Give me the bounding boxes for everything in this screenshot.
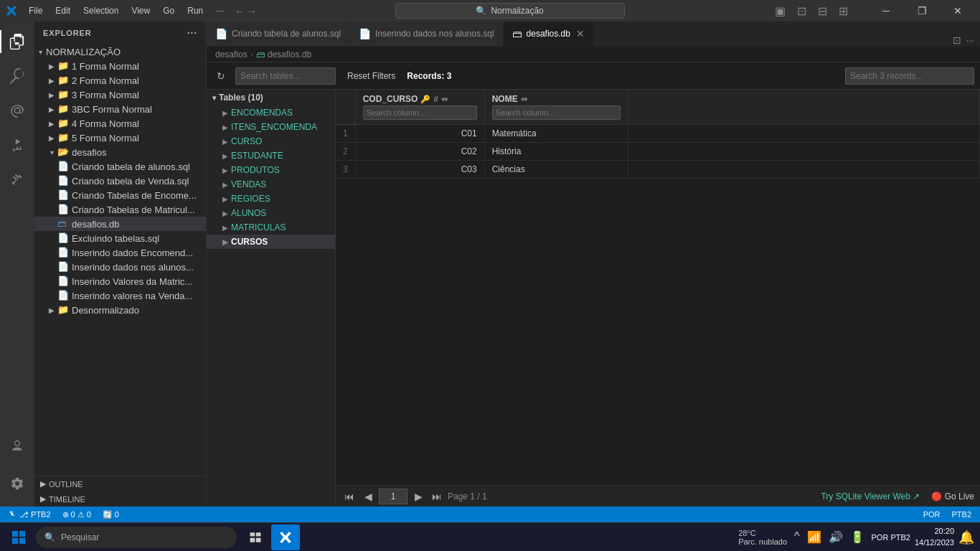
- table-item-cursos[interactable]: ▶ CURSOS: [207, 235, 335, 249]
- tree-item-2forma[interactable]: ▶ 📁 2 Forma Normal: [34, 73, 206, 88]
- tree-item-file1[interactable]: 📄 Criando tabela de alunos.sql: [34, 159, 206, 174]
- menu-go[interactable]: Go: [157, 4, 180, 17]
- activity-accounts[interactable]: [0, 429, 34, 463]
- status-encoding[interactable]: PTB2: [948, 510, 974, 519]
- split-editor-icon[interactable]: ⊡: [953, 34, 961, 46]
- tree-item-4forma[interactable]: ▶ 📁 4 Forma Normal: [34, 116, 206, 131]
- table-item-vendas[interactable]: ▶ VENDAS: [207, 177, 335, 192]
- taskbar-icon-task-view[interactable]: [241, 524, 270, 550]
- tray-chevron-icon[interactable]: ^: [791, 527, 803, 547]
- weather-widget[interactable]: 28°C Parc. nublado: [738, 529, 787, 546]
- cell-cod-2[interactable]: C02: [355, 143, 484, 161]
- layout-panel-icon[interactable]: ⊡: [793, 3, 811, 19]
- menu-view[interactable]: View: [126, 4, 156, 17]
- first-page-button[interactable]: ⏮: [341, 489, 357, 504]
- search-tables-input[interactable]: [235, 67, 336, 85]
- activity-run[interactable]: [0, 128, 34, 162]
- tree-item-file3[interactable]: 📄 Criando Tabelas de Encome...: [34, 188, 206, 202]
- titlebar-search[interactable]: 🔍 Normalização: [395, 3, 625, 19]
- search-records-input[interactable]: [845, 67, 974, 85]
- taskbar-search-box[interactable]: 🔍 Pesquisar: [36, 527, 237, 548]
- table-item-produtos[interactable]: ▶ PRODUTOS: [207, 163, 335, 177]
- menu-edit[interactable]: Edit: [50, 4, 76, 17]
- status-sync[interactable]: 🔄 0: [100, 510, 122, 519]
- tree-item-desnorm[interactable]: ▶ 📁 Desnormalizado: [34, 303, 206, 317]
- breadcrumb-part-desafios[interactable]: desafios: [215, 50, 248, 60]
- tree-item-desafios[interactable]: ▾ 📂 desafios: [34, 145, 206, 159]
- activity-explorer[interactable]: [0, 24, 34, 59]
- prev-page-button[interactable]: ◀: [360, 489, 376, 504]
- layout-grid-icon[interactable]: ⊞: [834, 3, 852, 19]
- tree-item-3forma[interactable]: ▶ 📁 3 Forma Normal: [34, 88, 206, 102]
- cell-nome-1[interactable]: Matemática: [484, 125, 628, 143]
- tree-item-file2[interactable]: 📄 Criando tabela de Venda.sql: [34, 174, 206, 188]
- menu-file[interactable]: File: [23, 4, 48, 17]
- nav-back[interactable]: ←: [235, 6, 244, 17]
- cell-cod-1[interactable]: C01: [355, 125, 484, 143]
- restore-button[interactable]: ❐: [905, 0, 938, 22]
- outline-section[interactable]: ▶ OUTLINE: [34, 476, 206, 491]
- tree-item-file9[interactable]: 📄 Inserindo valores na Venda...: [34, 288, 206, 303]
- go-live-status[interactable]: 🔴 Go Live: [931, 491, 974, 501]
- sqlite-viewer-link[interactable]: Try SQLite Viewer Web ↗: [821, 491, 920, 501]
- tree-item-desafiosdb[interactable]: 🗃 desafios.db: [34, 217, 206, 231]
- activity-search[interactable]: [0, 59, 34, 93]
- status-errors[interactable]: ⊗ 0 ⚠ 0: [60, 510, 94, 519]
- sidebar-more-icon[interactable]: ···: [187, 27, 197, 39]
- tree-item-3bcforma[interactable]: ▶ 📁 3BC Forma Normal: [34, 102, 206, 116]
- menu-more[interactable]: ···: [210, 4, 229, 17]
- activity-settings[interactable]: [0, 466, 34, 501]
- page-input[interactable]: [379, 489, 407, 504]
- start-button[interactable]: [6, 524, 32, 550]
- layout-aux-icon[interactable]: ⊟: [814, 3, 831, 19]
- cell-nome-3[interactable]: Ciências: [484, 161, 628, 179]
- status-branch[interactable]: ⎇ PTB2: [6, 510, 54, 519]
- tree-item-file5[interactable]: 📄 Excluindo tabelas.sql: [34, 231, 206, 245]
- next-page-button[interactable]: ▶: [410, 489, 426, 504]
- notification-bell-icon[interactable]: 🔔: [958, 529, 974, 545]
- tray-speaker-icon[interactable]: 🔊: [826, 527, 846, 547]
- cell-cod-3[interactable]: C03: [355, 161, 484, 179]
- activity-extensions[interactable]: [0, 162, 34, 197]
- tab-inserindo-alunos[interactable]: 📄 Inserindo dados nos alunos.sql: [350, 22, 503, 46]
- tables-group[interactable]: ▾ Tables (10): [207, 90, 335, 105]
- tab-actions-more-icon[interactable]: ···: [966, 34, 974, 46]
- tree-item-5forma[interactable]: ▶ 📁 5 Forma Normal: [34, 131, 206, 145]
- activity-git[interactable]: [0, 93, 34, 128]
- close-button[interactable]: ✕: [941, 0, 974, 22]
- menu-run[interactable]: Run: [182, 4, 209, 17]
- tree-item-1forma[interactable]: ▶ 📁 1 Forma Normal: [34, 59, 206, 73]
- reset-filters-button[interactable]: Reset Filters: [341, 70, 401, 83]
- refresh-button[interactable]: ↻: [212, 67, 230, 85]
- tree-item-file8[interactable]: 📄 Inserindo Valores da Matric...: [34, 274, 206, 288]
- expand-icon-nome[interactable]: ⇔: [521, 95, 527, 104]
- minimize-button[interactable]: ─: [870, 0, 903, 22]
- tray-language[interactable]: POR PTB2: [872, 533, 910, 542]
- tree-item-file4[interactable]: 📄 Criando Tabelas de Matricul...: [34, 202, 206, 217]
- table-item-curso[interactable]: ▶ CURSO: [207, 134, 335, 149]
- tray-clock[interactable]: 20:20 14/12/2023: [915, 526, 954, 548]
- nav-forward[interactable]: →: [247, 6, 256, 17]
- table-item-matriculas[interactable]: ▶ MATRICULAS: [207, 220, 335, 235]
- tree-item-file7[interactable]: 📄 Inserindo dados nos alunos...: [34, 260, 206, 274]
- last-page-button[interactable]: ⏭: [429, 489, 445, 504]
- search-col-nome-input[interactable]: [492, 105, 621, 120]
- table-item-itens-encomenda[interactable]: ▶ ITENS_ENCOMENDA: [207, 120, 335, 134]
- table-item-regioes[interactable]: ▶ REGIOES: [207, 192, 335, 206]
- menu-selection[interactable]: Selection: [77, 4, 124, 17]
- status-language[interactable]: POR: [920, 510, 943, 519]
- tree-root-normalizacao[interactable]: ▾ NORMALIZAÇÃO: [34, 44, 206, 59]
- tab-desafios-db[interactable]: 🗃 desafios.db ✕: [504, 22, 594, 46]
- taskbar-icon-vscode[interactable]: [271, 524, 300, 550]
- table-item-alunos[interactable]: ▶ ALUNOS: [207, 206, 335, 220]
- search-col-cod-input[interactable]: [363, 105, 477, 120]
- tray-battery-icon[interactable]: 🔋: [847, 527, 867, 547]
- tray-network-icon[interactable]: 📶: [804, 527, 824, 547]
- table-item-encomendas[interactable]: ▶ ENCOMENDAS: [207, 105, 335, 120]
- tree-item-file6[interactable]: 📄 Inserindo dados Encomend...: [34, 245, 206, 260]
- layout-sidebar-icon[interactable]: ▣: [771, 3, 790, 19]
- breadcrumb-part-db[interactable]: desafios.db: [268, 50, 311, 60]
- expand-icon-cod[interactable]: ⇔: [441, 95, 448, 104]
- table-item-estudante[interactable]: ▶ ESTUDANTE: [207, 149, 335, 163]
- timeline-section[interactable]: ▶ TIMELINE: [34, 491, 206, 507]
